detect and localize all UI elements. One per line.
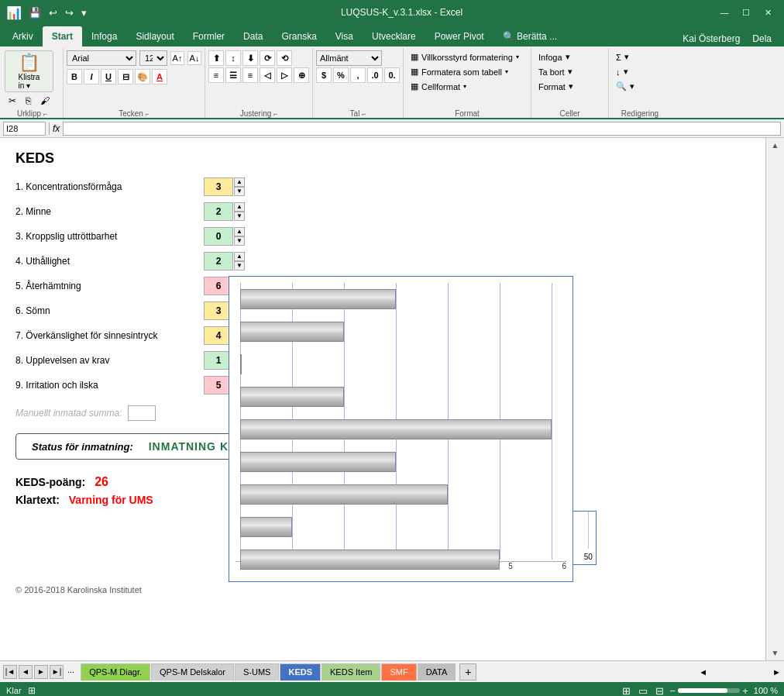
tab-keds-item[interactable]: KEDS Item [322, 663, 380, 680]
spin-up-1[interactable]: ▲ [234, 177, 245, 187]
spin-down-4[interactable]: ▼ [234, 261, 245, 270]
zoom-out-btn[interactable]: − [670, 685, 676, 697]
copy-btn[interactable]: ⎘ [22, 94, 35, 108]
align-middle-btn[interactable]: ↕ [225, 50, 241, 66]
redo-quick-btn[interactable]: ↪ [63, 5, 76, 20]
border-btn[interactable]: ⊟ [118, 69, 133, 84]
format-as-table-btn[interactable]: ▦ Formatera som tabell ▾ [407, 65, 523, 78]
item-input-2[interactable] [204, 202, 233, 221]
normal-view-btn[interactable]: ⊞ [621, 685, 632, 697]
align-center-btn[interactable]: ☰ [225, 67, 241, 83]
wrap-text-btn[interactable]: ⟲ [277, 50, 292, 66]
spin-down-3[interactable]: ▼ [234, 236, 245, 246]
tab-sidlayout[interactable]: Sidlayout [126, 26, 183, 47]
tab-prev-btn[interactable]: ◄ [19, 665, 33, 679]
cell-reference[interactable] [3, 122, 46, 136]
tab-sums[interactable]: S-UMS [235, 663, 279, 680]
underline-btn[interactable]: U [101, 69, 116, 84]
minimize-btn[interactable]: — [714, 4, 734, 21]
font-expand[interactable]: ⌐ [146, 110, 150, 118]
item-input-3[interactable] [204, 227, 233, 246]
tab-beratta[interactable]: 🔍 Berätta ... [493, 26, 566, 47]
tab-next-btn[interactable]: ► [34, 665, 48, 679]
tab-qpsm-diagr[interactable]: QPS-M Diagr. [81, 663, 150, 680]
tab-smf[interactable]: SMF [381, 663, 416, 680]
page-layout-btn[interactable]: ▭ [637, 685, 649, 697]
increase-font-btn[interactable]: A↑ [170, 51, 184, 65]
decrease-font-btn[interactable]: A↓ [187, 51, 201, 65]
scroll-down-btn[interactable]: ▼ [770, 647, 781, 659]
italic-btn[interactable]: I [84, 69, 99, 84]
tab-last-btn[interactable]: ►| [50, 665, 64, 679]
cell-styles-btn[interactable]: ▦ Cellformat ▾ [407, 80, 523, 93]
close-btn[interactable]: ✕ [758, 4, 778, 21]
align-right-btn[interactable]: ≡ [242, 67, 258, 83]
decrease-decimal-btn[interactable]: 0. [384, 67, 400, 83]
comma-btn[interactable]: , [350, 67, 366, 83]
tab-data[interactable]: Data [234, 26, 272, 47]
align-top-btn[interactable]: ⬆ [208, 50, 224, 66]
tab-first-btn[interactable]: |◄ [3, 665, 17, 679]
align-expand[interactable]: ⌐ [273, 110, 277, 118]
format-painter-btn[interactable]: 🖌 [36, 94, 53, 108]
spin-down-1[interactable]: ▼ [234, 187, 245, 196]
align-bottom-btn[interactable]: ⬇ [242, 50, 258, 66]
number-format-select[interactable]: Allmänt [316, 50, 382, 66]
clipboard-expand[interactable]: ⌐ [43, 110, 47, 118]
scroll-up-btn[interactable]: ▲ [770, 140, 781, 151]
paste-btn[interactable]: 📋 Klistrain ▾ [5, 50, 53, 92]
user-name[interactable]: Kai Österberg [683, 33, 740, 44]
fill-color-btn[interactable]: 🎨 [135, 69, 150, 84]
number-expand[interactable]: ⌐ [362, 110, 366, 118]
font-color-btn[interactable]: A [152, 69, 167, 84]
decrease-indent-btn[interactable]: ◁ [260, 67, 275, 83]
spin-up-3[interactable]: ▲ [234, 227, 245, 236]
merge-btn[interactable]: ⊕ [294, 67, 309, 83]
page-break-btn[interactable]: ⊟ [654, 685, 665, 697]
tab-infoga[interactable]: Infoga [82, 26, 126, 47]
delete-btn[interactable]: Ta bort ▾ [535, 65, 576, 78]
manuellt-input[interactable] [128, 405, 156, 421]
tab-scroll-right-btn[interactable]: ► [772, 667, 781, 677]
item-input-4[interactable] [204, 252, 233, 270]
cut-btn[interactable]: ✂ [5, 94, 20, 108]
spin-up-2[interactable]: ▲ [234, 202, 245, 212]
quick-access-dropdown[interactable]: ▾ [79, 5, 89, 20]
tab-granska[interactable]: Granska [272, 26, 325, 47]
find-select-btn[interactable]: 🔍 ▾ [612, 80, 638, 93]
align-left-btn[interactable]: ≡ [208, 67, 224, 83]
item-input-1[interactable] [204, 177, 233, 196]
zoom-in-btn[interactable]: + [742, 685, 748, 697]
tab-powerpivot[interactable]: Power Pivot [425, 26, 493, 47]
tab-keds[interactable]: KEDS [280, 663, 321, 680]
increase-indent-btn[interactable]: ▷ [277, 67, 292, 83]
tab-data[interactable]: DATA [418, 663, 456, 680]
bold-btn[interactable]: B [67, 69, 82, 84]
autosum-btn[interactable]: Σ ▾ [612, 50, 633, 64]
spin-down-2[interactable]: ▼ [234, 212, 245, 221]
tab-arkiv[interactable]: Arkiv [3, 26, 43, 47]
tab-utvecklare[interactable]: Utvecklare [363, 26, 425, 47]
undo-quick-btn[interactable]: ↩ [46, 5, 60, 20]
font-family-select[interactable]: Arial [67, 50, 136, 66]
spin-up-4[interactable]: ▲ [234, 252, 245, 261]
tab-start[interactable]: Start [43, 26, 82, 47]
conditional-formatting-btn[interactable]: ▦ Villkorsstyrd formatering ▾ [407, 50, 523, 64]
text-angle-btn[interactable]: ⟳ [260, 50, 275, 66]
fill-btn[interactable]: ↓ ▾ [612, 65, 632, 78]
zoom-slider[interactable] [678, 688, 740, 693]
tab-formler[interactable]: Formler [184, 26, 234, 47]
add-sheet-btn[interactable]: + [459, 663, 476, 680]
insert-btn[interactable]: Infoga ▾ [535, 50, 574, 64]
tab-more-btn[interactable]: ... [65, 665, 77, 679]
font-size-select[interactable]: 12 [139, 50, 167, 66]
currency-btn[interactable]: $ [316, 67, 332, 83]
formula-input[interactable] [63, 122, 781, 136]
increase-decimal-btn[interactable]: .0 [367, 67, 383, 83]
tab-scrollbar[interactable] [709, 667, 771, 677]
percent-btn[interactable]: % [333, 67, 349, 83]
tab-visa[interactable]: Visa [326, 26, 363, 47]
tab-scroll-left-btn[interactable]: ◄ [699, 667, 707, 677]
share-btn[interactable]: Dela [746, 31, 778, 47]
format-cells-btn[interactable]: Format ▾ [535, 80, 577, 93]
